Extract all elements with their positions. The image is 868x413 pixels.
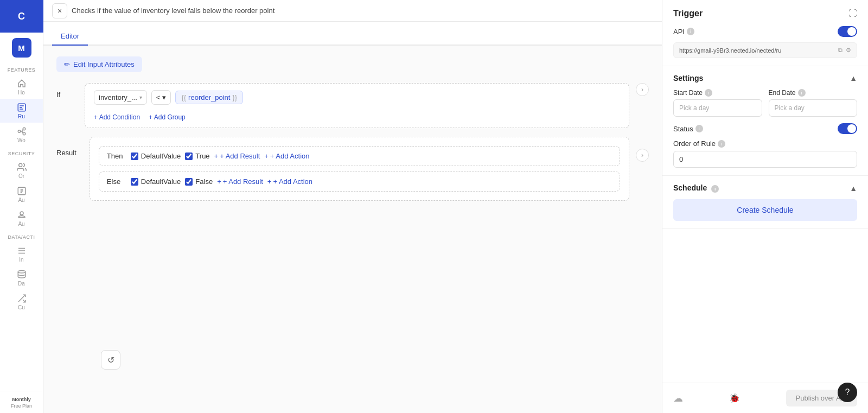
then-checkbox1: DefaultValue (131, 152, 181, 160)
svg-point-4 (18, 163, 22, 167)
main-area: × Checks if the value of inventory level… (43, 0, 662, 413)
then-true-label: True (195, 152, 209, 160)
else-add-action-btn[interactable]: + + Add Action (267, 177, 312, 186)
sidebar-audit-label: Au (18, 197, 24, 203)
refresh-button[interactable]: ↺ (101, 350, 120, 370)
sidebar-item-rules[interactable]: Ru (0, 99, 43, 123)
svg-point-7 (18, 270, 25, 273)
else-false-checkbox[interactable] (185, 178, 193, 186)
trigger-title: Trigger (673, 9, 703, 18)
else-checkbox1: DefaultValue (131, 177, 181, 186)
trigger-expand-icon[interactable]: ⛶ (848, 9, 857, 18)
settings-header: Settings ▲ (673, 74, 857, 82)
then-true-checkbox[interactable] (185, 153, 193, 160)
close-button[interactable]: × (52, 3, 67, 18)
if-label: If (56, 83, 78, 99)
edit-input-attributes-button[interactable]: ✏ Edit Input Attributes (56, 56, 142, 72)
sidebar-item-org[interactable]: Or (0, 158, 43, 182)
sidebar-item-custom[interactable]: Cu (0, 290, 43, 314)
sidebar-data-label: Da (18, 281, 25, 287)
start-date-input[interactable]: Pick a day (673, 99, 762, 117)
condition-expand-btn[interactable]: › (636, 83, 649, 96)
bug-icon[interactable]: 🐞 (729, 393, 740, 403)
start-date-info-icon[interactable]: i (705, 89, 712, 97)
copy-icon[interactable]: ⧉ (838, 47, 843, 54)
svg-point-6 (20, 212, 23, 215)
else-add-result-btn[interactable]: + + Add Result (217, 177, 263, 186)
sidebar-home-label: Ho (18, 90, 25, 96)
status-toggle[interactable] (838, 123, 857, 134)
schedule-collapse-icon[interactable]: ▲ (850, 184, 857, 193)
plus-icon-else-action: + (267, 177, 272, 186)
then-add-action-btn[interactable]: + + Add Action (264, 152, 309, 160)
condition-block: inventory_... ▾ < ▾ {{ reorder_point }} … (85, 83, 629, 128)
schedule-info-icon[interactable]: i (711, 185, 719, 193)
data-label: DATA/ACTI (0, 234, 43, 240)
else-false-label: False (195, 177, 213, 186)
tab-bar: Editor (43, 22, 662, 46)
operator-value: < (156, 93, 161, 101)
top-bar: × Checks if the value of inventory level… (43, 0, 662, 22)
status-info-icon[interactable]: i (695, 125, 703, 132)
settings-section: Settings ▲ Start Date i Pick a day End D… (662, 66, 868, 176)
schedule-section: Schedule i ▲ Create Schedule (662, 176, 868, 229)
right-panel: Trigger ⛶ API i https://gmail-y9Br3.nect… (662, 0, 868, 413)
add-condition-link[interactable]: + Add Condition (94, 113, 140, 121)
sidebar-monthly: Monthly (0, 396, 43, 403)
op-arrow-icon: ▾ (162, 93, 166, 101)
else-defaultvalue-checkbox[interactable] (131, 178, 138, 186)
start-date-label: Start Date i (673, 89, 762, 97)
end-date-info-icon[interactable]: i (798, 89, 806, 97)
help-button[interactable]: ? (838, 383, 857, 402)
sidebar-item-home[interactable]: Ho (0, 75, 43, 99)
order-row: Order of Rule i (673, 139, 857, 168)
plus-icon-then-action: + (264, 152, 269, 160)
sidebar-workflow-label: Wo (17, 137, 25, 143)
sidebar-bottom: Monthly Free Plan (0, 391, 43, 413)
sidebar-item-workflow[interactable]: Wo (0, 123, 43, 147)
svg-point-1 (18, 130, 21, 132)
sidebar-item-audit[interactable]: Au (0, 182, 43, 206)
result-block: Then DefaultValue True + + Add Result (90, 137, 629, 201)
operator-dropdown[interactable]: < ▾ (151, 90, 171, 105)
api-info-icon[interactable]: i (687, 28, 694, 35)
sidebar-rules-label: Ru (18, 113, 25, 119)
add-group-link[interactable]: + Add Group (149, 113, 186, 121)
else-label: Else (107, 177, 126, 186)
field-dropdown[interactable]: inventory_... ▾ (94, 90, 147, 105)
end-date-group: End Date i Pick a day (769, 89, 858, 117)
sidebar-avatar: M (12, 38, 31, 58)
else-checkbox2: False (185, 177, 213, 186)
order-input[interactable] (673, 151, 857, 168)
plus-icon-else-result: + (217, 177, 221, 186)
settings-collapse-icon[interactable]: ▲ (850, 74, 857, 82)
then-add-result-btn[interactable]: + + Add Result (214, 152, 260, 160)
schedule-header: Schedule i ▲ (673, 183, 857, 193)
api-url-text: https://gmail-y9Br3.nected.io/nected/ru (679, 47, 781, 54)
field-value: inventory_... (99, 93, 137, 101)
end-date-input[interactable]: Pick a day (769, 99, 858, 117)
then-defaultvalue-checkbox[interactable] (131, 153, 138, 160)
sidebar-item-data[interactable]: Da (0, 266, 43, 290)
url-icons: ⧉ ⚙ (838, 47, 851, 54)
else-defaultvalue-label: DefaultValue (141, 177, 181, 186)
api-section: API i https://gmail-y9Br3.nected.io/nect… (662, 18, 868, 66)
sidebar-item-integration[interactable]: In (0, 242, 43, 266)
order-info-icon[interactable]: i (718, 140, 725, 148)
security-label: SECURITY (0, 151, 43, 156)
end-date-label: End Date i (769, 89, 858, 97)
settings-title: Settings (673, 74, 703, 82)
result-expand-btn[interactable]: › (636, 149, 649, 162)
then-branch: Then DefaultValue True + + Add Result (99, 146, 620, 166)
api-label: API i (673, 28, 694, 36)
trigger-header: Trigger ⛶ (662, 0, 868, 18)
date-fields: Start Date i Pick a day End Date i Pick … (673, 89, 857, 117)
result-label: Result (56, 137, 76, 157)
cloud-icon[interactable]: ☁ (673, 392, 683, 404)
create-schedule-button[interactable]: Create Schedule (673, 199, 857, 221)
condition-value: reorder_point (188, 93, 230, 101)
sidebar-item-access[interactable]: Au (0, 206, 43, 230)
gear-icon[interactable]: ⚙ (846, 47, 851, 54)
tab-editor[interactable]: Editor (52, 28, 88, 46)
api-toggle[interactable] (838, 26, 857, 37)
